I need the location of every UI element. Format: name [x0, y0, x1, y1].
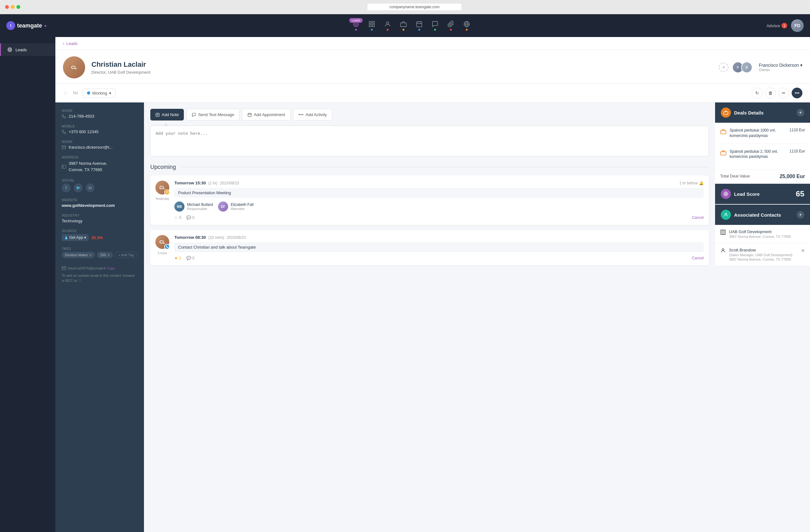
main-content: Add Note Send Text Message Add Appointme…	[144, 102, 715, 532]
comment-stat-2[interactable]: 💬 0	[187, 256, 195, 260]
more-button[interactable]: •••	[792, 88, 803, 98]
company-name[interactable]: UAB Golf Development	[729, 229, 805, 234]
contacts-header: Associated Contacts +	[715, 205, 810, 225]
tags-container: Desition Maker ✕ 250 ✕ + Add Tag	[62, 252, 137, 258]
leads-nav-badge: Leads	[349, 18, 362, 23]
edit-button[interactable]: ✏	[778, 88, 789, 98]
activity-time-1: Tomorrow 15:30	[174, 181, 206, 185]
logo[interactable]: t teamgate ●	[6, 21, 47, 30]
action-row: Add Note Send Text Message Add Appointme…	[150, 109, 709, 120]
minimize-dot[interactable]	[11, 5, 15, 9]
person-elizabeth: EF Elizabeth Fall Attendee	[218, 201, 254, 212]
contacts-title: Associated Contacts	[734, 212, 794, 218]
deal1-value: 1110 Eur	[790, 128, 805, 132]
svg-rect-34	[721, 151, 726, 155]
source-pct: 33.3%	[91, 235, 103, 240]
address-label: Address	[62, 155, 137, 159]
add-deal-button[interactable]: +	[797, 109, 804, 116]
avatar-wrapper-1: CL	[155, 181, 169, 195]
status-select[interactable]: Working ▾	[83, 88, 115, 98]
add-note-icon	[155, 113, 160, 117]
nav-item-contacts[interactable]	[384, 20, 391, 31]
status-label: Working	[92, 91, 107, 96]
cancel-button-2[interactable]: Cancel	[692, 256, 704, 260]
mobile-icon	[62, 130, 66, 134]
linkedin-icon[interactable]: in	[86, 183, 95, 192]
phone-badge-icon	[166, 246, 169, 248]
owner-dropdown-arrow[interactable]: ▾	[800, 63, 803, 68]
user-avatar-nav[interactable]: FD	[791, 19, 804, 32]
delete-button[interactable]: 🗑	[765, 88, 776, 98]
source-label: Source	[62, 229, 137, 233]
activity-body-1: Tomorrow 15:30 (1 hr) 2015/08/23 1 hr be…	[174, 181, 704, 220]
status-chevron: ▾	[109, 91, 111, 96]
source-value-row: 💧 Get App ▾ 33.3%	[62, 234, 137, 241]
top-navigation: t teamgate ● Leads	[0, 14, 810, 37]
advisor-label: Advisor 1	[767, 23, 787, 29]
michael-avatar: MB	[174, 201, 184, 212]
star-stat-2[interactable]: ★ 1	[174, 256, 181, 260]
action-buttons: ↻ 🗑 ✏ •••	[752, 88, 803, 98]
add-tag-button[interactable]: + Add Tag	[115, 252, 137, 258]
tag-remove-1[interactable]: ✕	[89, 253, 92, 257]
maximize-dot[interactable]	[16, 5, 20, 9]
building-icon	[720, 229, 726, 235]
email-icon	[62, 145, 66, 150]
tag-remove-2[interactable]: ✕	[107, 253, 110, 257]
calendar-icon	[416, 20, 423, 28]
social-label: Social	[62, 178, 137, 182]
comment-stat-1[interactable]: 💬 0	[187, 215, 195, 220]
avatar-wrapper-2: CL	[155, 235, 169, 249]
browser-url[interactable]: companyname.teamgate.com	[367, 3, 462, 11]
nav-item-spreadsheet[interactable]	[368, 20, 375, 31]
nav-item-messages[interactable]	[432, 20, 439, 31]
person-contact-name[interactable]: Scott Brandow	[729, 248, 798, 252]
add-activity-button[interactable]: ••• Add Activity	[293, 109, 332, 120]
nav-item-calendar[interactable]	[416, 20, 423, 31]
add-owner-button[interactable]: +	[719, 63, 728, 72]
add-contact-button[interactable]: +	[797, 211, 804, 219]
social-icons: f 🐦 in	[62, 183, 137, 192]
facebook-icon[interactable]: f	[62, 183, 70, 192]
send-text-button[interactable]: Send Text Message	[187, 109, 240, 120]
source-chevron: ▾	[84, 235, 86, 240]
twitter-icon[interactable]: 🐦	[74, 183, 83, 192]
nav-item-analytics[interactable]	[463, 20, 470, 31]
copy-email-button[interactable]: Copy	[107, 266, 115, 270]
add-appointment-button[interactable]: Add Appointment	[242, 109, 290, 120]
svg-rect-6	[372, 25, 374, 27]
close-dot[interactable]	[5, 5, 9, 9]
main-wrapper: Leads ‹ Leads CL Christian Laclair Direc…	[0, 37, 810, 532]
breadcrumb-leads-link[interactable]: Leads	[66, 41, 78, 46]
leads-dot	[355, 29, 357, 31]
remove-contact-button[interactable]: ✕	[801, 248, 805, 254]
cancel-button-1[interactable]: Cancel	[692, 215, 704, 220]
deals-title: Deals Details	[734, 110, 794, 115]
owner-avatar-2: D	[741, 62, 752, 73]
note-input[interactable]	[156, 131, 703, 150]
refresh-button[interactable]: ↻	[752, 88, 763, 98]
nav-item-files[interactable]	[448, 20, 454, 31]
briefcase-icon	[400, 20, 407, 28]
deals-body: Spalvoti pieštukai 1000 vnt. komercinis …	[715, 123, 810, 169]
source-select[interactable]: 💧 Get App ▾	[62, 234, 88, 241]
star-button[interactable]: ☆	[63, 89, 68, 97]
nav-item-leads[interactable]: Leads	[353, 20, 359, 31]
svg-rect-17	[62, 165, 66, 168]
person-contact-info: Scott Brandow (Sales Manager, UAB Golf D…	[729, 248, 798, 261]
sidebar-item-leads[interactable]: Leads	[0, 43, 55, 56]
messages-dot	[434, 29, 436, 31]
deal-item-2: Spalvoti pieštukai 2, 500 vnt. komercini…	[720, 149, 805, 165]
star-stat-1[interactable]: ☆ 0	[174, 215, 181, 220]
nav-item-deals[interactable]	[400, 20, 407, 31]
add-note-button[interactable]: Add Note	[150, 109, 184, 120]
owner-name: Francisco Dickerson ▾	[759, 63, 803, 68]
lead-score-header: Lead Score 65	[715, 184, 810, 204]
email-forward-help[interactable]: ?	[79, 279, 81, 282]
activity-body-2: Tomorrow 08:30 (10 mins) 2015/08/23 Cont…	[174, 235, 704, 260]
activity-header-2: Tomorrow 08:30 (10 mins) 2015/08/23	[174, 235, 704, 240]
work-phone-row: Work 214-789-4503	[62, 109, 137, 119]
website-row: Website www.golfdevelopment.com	[62, 198, 137, 208]
lead-score-section: Lead Score 65	[715, 184, 810, 204]
website-value: www.golfdevelopment.com	[62, 203, 137, 208]
